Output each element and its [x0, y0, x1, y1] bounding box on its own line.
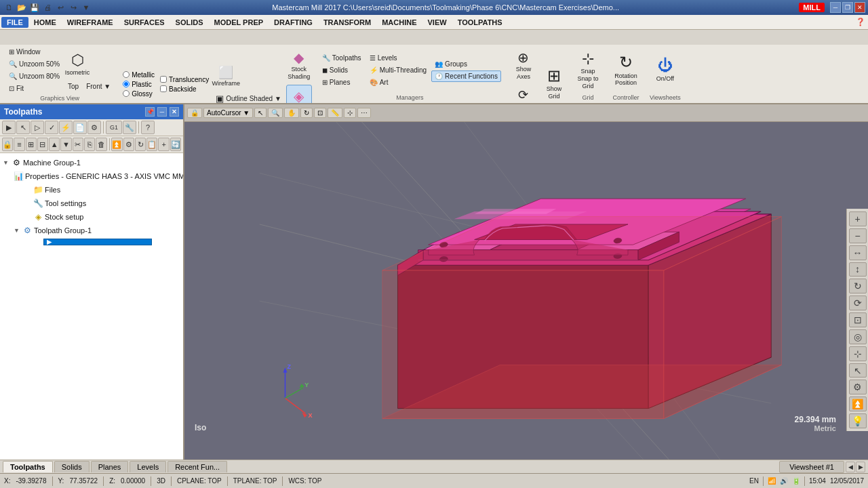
menu-machine[interactable]: MACHINE — [376, 17, 422, 28]
lock-button[interactable]: 🔒 — [2, 138, 13, 151]
layers-button[interactable]: ≡ — [14, 138, 24, 151]
simulate-button[interactable]: ⚡ — [59, 121, 73, 134]
menu-home[interactable]: HOME — [28, 17, 62, 28]
restore-button[interactable]: ❐ — [842, 2, 853, 13]
show-axes-button[interactable]: ⊕ Show Axes — [508, 46, 539, 84]
panel-pin-button[interactable]: 📌 — [145, 107, 155, 117]
rotate-up-button[interactable]: ⟳ — [849, 296, 867, 310]
pan-right-button[interactable]: ↔ — [849, 245, 867, 260]
undo-button[interactable]: ↩ — [54, 1, 66, 14]
measure-button[interactable]: 📏 — [328, 108, 342, 118]
zoom-out-button[interactable]: − — [849, 228, 867, 243]
toolpaths-manager-button[interactable]: 🔧Toolpaths — [319, 52, 365, 64]
up-button[interactable]: ▲ — [49, 138, 60, 151]
highfeed-button[interactable]: ⚙ — [87, 121, 101, 134]
orient-button[interactable]: ◎ — [849, 329, 867, 344]
show-grid-button[interactable]: ⊞ Show Grid — [540, 63, 568, 103]
top-view-button[interactable]: Top — [64, 81, 82, 92]
autocursor-button[interactable]: AutoCursor ▼ — [203, 108, 253, 118]
panel-minimize-button[interactable]: ─ — [157, 107, 167, 117]
planes-manager-button[interactable]: ⊞Planes — [319, 77, 365, 88]
help-button[interactable]: ❓ — [854, 16, 867, 28]
window-zoom-button[interactable]: ⊞ Window — [5, 46, 63, 58]
show-gnomons-button[interactable]: ⟳ Show Gnomons — [508, 85, 539, 103]
copy-button[interactable]: ⎘ — [84, 138, 95, 151]
filter-right-button[interactable]: ⏫ — [849, 396, 867, 411]
collapse-button[interactable]: ⊟ — [37, 138, 48, 151]
art-button[interactable]: 🎨Art — [366, 77, 430, 88]
scroll-right-button[interactable]: ▶ — [856, 462, 865, 472]
g1-button[interactable]: G1 — [106, 121, 122, 134]
down-button[interactable]: ▼ — [60, 138, 71, 151]
tree-tool-settings[interactable]: 🔧 Tool settings — [1, 197, 182, 210]
post-button[interactable]: 📄 — [73, 121, 87, 134]
rotate-button[interactable]: ↻ — [300, 108, 313, 118]
select-all-button[interactable]: ▶ — [2, 121, 16, 134]
tree-machine-group[interactable]: ▼ ⚙ Machine Group-1 — [1, 156, 182, 169]
toolpath-button[interactable]: 🔧 — [123, 121, 136, 134]
tab-toolpaths[interactable]: Toolpaths — [3, 461, 53, 472]
zoom-vp-button[interactable]: 🔍 — [268, 108, 283, 118]
unzoom80-button[interactable]: 🔍 Unzoom 80% — [5, 70, 63, 82]
help-tb-button[interactable]: ? — [141, 121, 155, 134]
stock-shading-button[interactable]: ◆ Stock Shading — [286, 46, 312, 84]
menu-wireframe[interactable]: WIREFRAME — [62, 17, 119, 28]
regen-button[interactable]: 🔄 — [170, 138, 181, 151]
rotation-position-button[interactable]: ↻ Rotation Position — [608, 49, 644, 90]
select-button[interactable]: ↖ — [16, 121, 30, 134]
tree-files[interactable]: 📁 Files — [1, 183, 182, 197]
view-options-button[interactable]: ⋯ — [357, 108, 371, 118]
tab-levels[interactable]: Levels — [130, 461, 166, 472]
light-button[interactable]: 💡 — [849, 413, 867, 428]
cut-button[interactable]: ✂ — [73, 138, 83, 151]
settings-button[interactable]: ⚙ — [123, 138, 134, 151]
save-button[interactable]: 💾 — [28, 1, 41, 14]
zoom-in-button[interactable]: + — [849, 211, 867, 226]
minimize-button[interactable]: ─ — [830, 2, 841, 13]
new-button[interactable]: 🗋 — [3, 1, 15, 14]
tree-stock-setup[interactable]: ◈ Stock setup — [1, 210, 182, 224]
multi-threading-button[interactable]: ⚡Multi-Threading — [366, 64, 430, 76]
fit-view-button[interactable]: ⊡ — [849, 312, 867, 327]
translucency-check[interactable]: Translucency — [158, 75, 211, 84]
open-button[interactable]: 📂 — [16, 1, 28, 14]
properties-button[interactable]: 📋 — [146, 138, 157, 151]
menu-surfaces[interactable]: SURFACES — [119, 17, 170, 28]
select-right-button[interactable]: ↖ — [849, 363, 867, 378]
viewsheet-onoff-button[interactable]: ⏻ On/Off — [650, 49, 680, 90]
delete-button[interactable]: 🗑 — [96, 138, 106, 151]
menu-solids[interactable]: SOLIDS — [170, 17, 209, 28]
viewsheet-tab[interactable]: Viewsheet #1 — [779, 461, 844, 473]
fit-button[interactable]: ⊡ Fit — [5, 83, 63, 94]
metallic-check[interactable]: Metallic — [121, 70, 157, 79]
menu-model-prep[interactable]: MODEL PREP — [209, 17, 269, 28]
menu-drafting[interactable]: DRAFTING — [269, 17, 318, 28]
groups-button[interactable]: 👥Groups — [431, 58, 501, 70]
unzoom50-button[interactable]: 🔍 Unzoom 50% — [5, 58, 63, 70]
refresh-button[interactable]: ↻ — [135, 138, 146, 151]
glossy-check[interactable]: Glossy — [121, 89, 157, 98]
expand-button[interactable]: ⊞ — [26, 138, 37, 151]
print-button[interactable]: 🖨 — [41, 1, 54, 14]
panel-close-button[interactable]: ✕ — [170, 107, 179, 117]
recent-functions-button[interactable]: 🕐 Recent Functions — [431, 70, 501, 82]
solids-manager-button[interactable]: ◼Solids — [319, 64, 365, 76]
add-button[interactable]: + — [158, 138, 169, 151]
pan-up-button[interactable]: ↕ — [849, 262, 867, 277]
tab-solids[interactable]: Solids — [54, 461, 90, 472]
levels-button[interactable]: ☰Levels — [366, 52, 430, 64]
redo-button[interactable]: ↪ — [67, 1, 79, 14]
snap-to-grid-button[interactable]: ⊹ Snap Snap to Grid — [574, 47, 601, 94]
front-view-button[interactable]: Front ▼ — [83, 81, 114, 92]
rotate-right-button[interactable]: ↻ — [849, 279, 867, 293]
select-vp-button[interactable]: ⊡ — [314, 108, 326, 118]
filter-button[interactable]: ⏫ — [111, 138, 122, 151]
wireframe-button[interactable]: ⬜ Wireframe — [212, 62, 239, 91]
isometric-view-button[interactable]: ⬡ Isometric — [64, 48, 90, 80]
backplot-button[interactable]: ▷ — [31, 121, 44, 134]
cursor-mode-button[interactable]: ↖ — [254, 108, 267, 118]
stock-display-button[interactable]: ◈ Stock Display — [286, 85, 312, 103]
plastic-check[interactable]: Plastic — [121, 80, 157, 89]
settings-right-button[interactable]: ⚙ — [849, 380, 867, 394]
menu-toolpaths[interactable]: TOOLPATHS — [452, 17, 508, 28]
